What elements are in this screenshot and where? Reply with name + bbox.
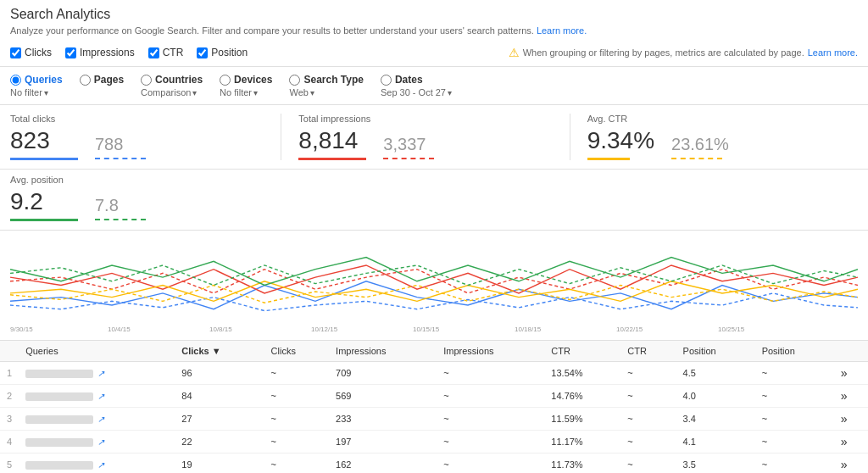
ctr-primary-value: 9.34% [587,127,654,154]
chart-xlabel-3: 10/8/15 [209,326,232,333]
table-row: 4 ↗ 22 ~ 197 ~ 11.17% ~ 4.1 ~ » [0,431,868,454]
chart-xlabel-2: 10/4/15 [108,326,131,333]
position-primary-bar [10,219,78,221]
group-search-type-dropdown[interactable]: ▾ [310,88,314,97]
position-col2: ~ [755,408,834,431]
position-secondary-bar-wrap: 7.8 [95,196,146,221]
group-dates-radio[interactable] [381,75,392,86]
metric-position[interactable]: Position [197,47,248,58]
th-queries[interactable]: Queries [19,341,175,362]
ctr-col1: 11.73% [544,454,620,474]
group-dates-sublabel: Sep 30 - Oct 27 ▾ [381,87,453,97]
chart-line-impressions [10,265,858,293]
row-num: 5 [0,454,19,474]
query-cell: ↗ [19,385,175,408]
th-ctr[interactable]: CTR [544,341,620,362]
warning-text: When grouping or filtering by pages, met… [523,47,804,58]
ctr-primary-bar-wrap: 9.34% [587,127,654,160]
table-wrapper: Queries Clicks ▼ Clicks Impressions Impr… [0,341,868,473]
external-link-icon[interactable]: ↗ [97,369,104,378]
external-link-icon[interactable]: ↗ [97,415,104,424]
chart-xlabel-8: 10/25/15 [718,326,744,333]
avg-position-column: Avg. position 9.2 7.8 [10,175,281,221]
stats-total-impressions: Total impressions 8,814 3,337 [298,114,570,160]
query-blur [25,461,93,470]
group-queries-sublabel: No filter ▾ [10,87,63,97]
row-num: 1 [0,362,19,385]
metric-impressions[interactable]: Impressions [65,47,135,58]
clicks-primary-bar [10,158,78,160]
th-clicks-sorted[interactable]: Clicks ▼ [175,341,264,362]
metric-ctr[interactable]: CTR [148,47,184,58]
th-clicks[interactable]: Clicks [264,341,330,362]
metric-ctr-checkbox[interactable] [148,47,159,58]
clicks-secondary-bar-wrap: 788 [95,135,146,160]
group-devices[interactable]: Devices No filter ▾ [220,74,272,97]
subtitle-text: Analyze your performance on Google Searc… [10,25,537,36]
metrics-bar: Clicks Impressions CTR Position ⚠ When g… [0,39,868,67]
impressions-secondary-bar-wrap: 3,337 [383,135,434,160]
th-num [0,341,19,362]
group-devices-label: Devices [234,74,272,86]
total-clicks-label: Total clicks [10,114,264,124]
clicks-secondary-bar [95,158,146,160]
warning-learn-more-link[interactable]: Learn more. [808,47,858,58]
metric-position-checkbox[interactable] [197,47,208,58]
group-devices-dropdown[interactable]: ▾ [253,88,258,97]
position-col2: ~ [755,362,834,385]
expand-row-button[interactable]: » [834,385,868,408]
table-row: 2 ↗ 84 ~ 569 ~ 14.76% ~ 4.0 ~ » [0,385,868,408]
metric-clicks-checkbox[interactable] [10,47,21,58]
external-link-icon[interactable]: ↗ [97,392,104,401]
group-countries-sublabel: Comparison ▾ [141,87,203,97]
group-queries-label: Queries [25,74,63,86]
external-link-icon[interactable]: ↗ [97,437,104,447]
chart-xlabel-4: 10/12/15 [311,326,337,333]
group-queries-dropdown[interactable]: ▾ [44,88,48,97]
th-impressions2[interactable]: Impressions [437,341,544,362]
ctr-col1: 14.76% [544,385,620,408]
th-position[interactable]: Position [676,341,755,362]
group-queries-radio[interactable] [10,75,21,86]
ctr-col2: ~ [620,362,676,385]
group-dates-dropdown[interactable]: ▾ [448,88,452,97]
page-wrapper: Search Analytics Analyze your performanc… [0,0,868,473]
group-devices-radio[interactable] [220,75,231,86]
group-countries-radio[interactable] [141,75,152,86]
ctr-col1: 13.54% [544,362,620,385]
metric-impressions-checkbox[interactable] [65,47,76,58]
th-position2[interactable]: Position [755,341,834,362]
metric-clicks-label: Clicks [25,47,52,58]
external-link-icon[interactable]: ↗ [97,460,104,470]
group-pages[interactable]: Pages [80,74,124,86]
expand-row-button[interactable]: » [834,454,868,474]
group-queries[interactable]: Queries No filter ▾ [10,74,63,97]
th-expand [834,341,868,362]
impressions-col2: ~ [437,454,544,474]
group-countries[interactable]: Countries Comparison ▾ [141,74,203,97]
group-dates[interactable]: Dates Sep 30 - Oct 27 ▾ [381,74,453,97]
expand-row-button[interactable]: » [834,408,868,431]
data-table: Queries Clicks ▼ Clicks Impressions Impr… [0,341,868,473]
position-secondary-bar [95,219,146,221]
ctr-secondary-bar [671,158,722,160]
chart-svg: 9/30/15 10/4/15 10/8/15 10/12/15 10/15/1… [10,237,858,333]
ctr-secondary-value: 23.61% [671,135,729,154]
group-dates-label: Dates [395,74,423,86]
chart-xlabel-1: 9/30/15 [10,326,33,333]
avg-position-section: Avg. position 9.2 7.8 [0,170,868,231]
th-ctr2[interactable]: CTR [620,341,676,362]
learn-more-link[interactable]: Learn more. [537,25,587,36]
group-countries-dropdown[interactable]: ▾ [192,88,197,97]
position-col1: 4.1 [676,431,755,454]
query-blur [25,392,93,401]
group-search-type-radio[interactable] [289,75,300,86]
expand-row-button[interactable]: » [834,431,868,454]
th-impressions[interactable]: Impressions [329,341,437,362]
metric-clicks[interactable]: Clicks [10,47,52,58]
position-col1: 3.4 [676,408,755,431]
expand-row-button[interactable]: » [834,362,868,385]
clicks-col1: 27 [175,408,264,431]
group-search-type[interactable]: Search Type Web ▾ [289,74,363,97]
group-pages-radio[interactable] [80,75,91,86]
